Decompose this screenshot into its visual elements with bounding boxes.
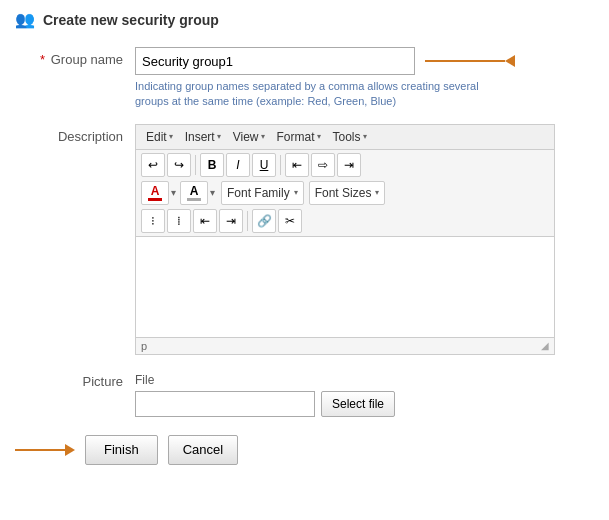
description-content: Edit ▾ Insert ▾ View ▾ Format ▾ Tools bbox=[135, 124, 594, 355]
highlight-color-btn[interactable]: A bbox=[180, 181, 208, 205]
italic-btn[interactable]: I bbox=[226, 153, 250, 177]
font-size-label: Font Sizes bbox=[315, 186, 372, 200]
font-family-arrow: ▾ bbox=[294, 188, 298, 197]
separator-3 bbox=[247, 211, 248, 231]
separator-1 bbox=[195, 155, 196, 175]
group-name-label: * Group name bbox=[15, 47, 135, 67]
resize-handle[interactable]: ◢ bbox=[541, 340, 549, 351]
unordered-list-btn[interactable]: ⁝ bbox=[141, 209, 165, 233]
highlight-color-bar bbox=[187, 198, 201, 201]
group-name-input[interactable] bbox=[135, 47, 415, 75]
ordered-list-btn[interactable]: ⁞ bbox=[167, 209, 191, 233]
edit-arrow: ▾ bbox=[169, 132, 173, 141]
link-btn[interactable]: 🔗 bbox=[252, 209, 276, 233]
description-row: Description Edit ▾ Insert ▾ View ▾ Forma… bbox=[15, 124, 594, 355]
action-arrow-head bbox=[65, 444, 75, 456]
menu-insert[interactable]: Insert ▾ bbox=[180, 128, 226, 146]
file-input[interactable] bbox=[135, 391, 315, 417]
rte-body[interactable] bbox=[136, 237, 554, 337]
cancel-button[interactable]: Cancel bbox=[168, 435, 238, 465]
picture-content: File Select file bbox=[135, 373, 594, 417]
finish-button[interactable]: Finish bbox=[85, 435, 158, 465]
highlight-arrow: ▾ bbox=[210, 187, 215, 198]
font-color-bar bbox=[148, 198, 162, 201]
page-header: 👥 Create new security group bbox=[15, 10, 594, 29]
menu-tools[interactable]: Tools ▾ bbox=[328, 128, 372, 146]
menu-format[interactable]: Format ▾ bbox=[272, 128, 326, 146]
font-size-dropdown[interactable]: Font Sizes ▾ bbox=[309, 181, 386, 205]
users-icon: 👥 bbox=[15, 10, 35, 29]
rte-status-text: p bbox=[141, 340, 147, 352]
group-name-content: Indicating group names separated by a co… bbox=[135, 47, 594, 110]
align-center-btn[interactable]: ⇨ bbox=[311, 153, 335, 177]
required-indicator: * bbox=[40, 52, 45, 67]
page-title: Create new security group bbox=[43, 12, 219, 28]
redo-btn[interactable]: ↪ bbox=[167, 153, 191, 177]
font-family-label: Font Family bbox=[227, 186, 290, 200]
arrow-indicator bbox=[425, 55, 515, 67]
align-left-btn[interactable]: ⇤ bbox=[285, 153, 309, 177]
align-right-btn[interactable]: ⇥ bbox=[337, 153, 361, 177]
toolbar-row-3: ⁝ ⁞ ⇤ ⇥ 🔗 ✂ bbox=[141, 209, 549, 233]
arrow-line bbox=[425, 60, 505, 62]
picture-row: Picture File Select file bbox=[15, 369, 594, 417]
font-color-arrow: ▾ bbox=[171, 187, 176, 198]
toolbar-row-2: A ▾ A ▾ Font Family ▾ Font Sizes bbox=[141, 181, 549, 205]
tools-arrow: ▾ bbox=[363, 132, 367, 141]
outdent-btn[interactable]: ⇤ bbox=[193, 209, 217, 233]
underline-btn[interactable]: U bbox=[252, 153, 276, 177]
bold-btn[interactable]: B bbox=[200, 153, 224, 177]
format-arrow: ▾ bbox=[317, 132, 321, 141]
font-color-btn[interactable]: A bbox=[141, 181, 169, 205]
select-file-button[interactable]: Select file bbox=[321, 391, 395, 417]
font-size-arrow: ▾ bbox=[375, 188, 379, 197]
file-input-row: Select file bbox=[135, 391, 594, 417]
insert-arrow: ▾ bbox=[217, 132, 221, 141]
undo-btn[interactable]: ↩ bbox=[141, 153, 165, 177]
group-name-row: * Group name Indicating group names sepa… bbox=[15, 47, 594, 110]
font-family-dropdown[interactable]: Font Family ▾ bbox=[221, 181, 304, 205]
group-name-wrapper bbox=[135, 47, 594, 75]
actions-row: Finish Cancel bbox=[15, 435, 594, 465]
rich-text-editor: Edit ▾ Insert ▾ View ▾ Format ▾ Tools bbox=[135, 124, 555, 355]
indent-btn[interactable]: ⇥ bbox=[219, 209, 243, 233]
toolbar-row-1: ↩ ↪ B I U ⇤ ⇨ ⇥ bbox=[141, 153, 549, 177]
rte-toolbar: ↩ ↪ B I U ⇤ ⇨ ⇥ A ▾ bbox=[136, 150, 554, 237]
action-arrow-line bbox=[15, 449, 65, 451]
file-label: File bbox=[135, 373, 594, 387]
view-arrow: ▾ bbox=[261, 132, 265, 141]
group-name-hint: Indicating group names separated by a co… bbox=[135, 79, 495, 110]
description-label: Description bbox=[15, 124, 135, 144]
rte-menubar: Edit ▾ Insert ▾ View ▾ Format ▾ Tools bbox=[136, 125, 554, 150]
cleanup-btn[interactable]: ✂ bbox=[278, 209, 302, 233]
menu-view[interactable]: View ▾ bbox=[228, 128, 270, 146]
rte-status: p ◢ bbox=[136, 337, 554, 354]
action-arrow-wrapper bbox=[15, 444, 75, 456]
menu-edit[interactable]: Edit ▾ bbox=[141, 128, 178, 146]
picture-label: Picture bbox=[15, 369, 135, 389]
arrow-head bbox=[505, 55, 515, 67]
separator-2 bbox=[280, 155, 281, 175]
